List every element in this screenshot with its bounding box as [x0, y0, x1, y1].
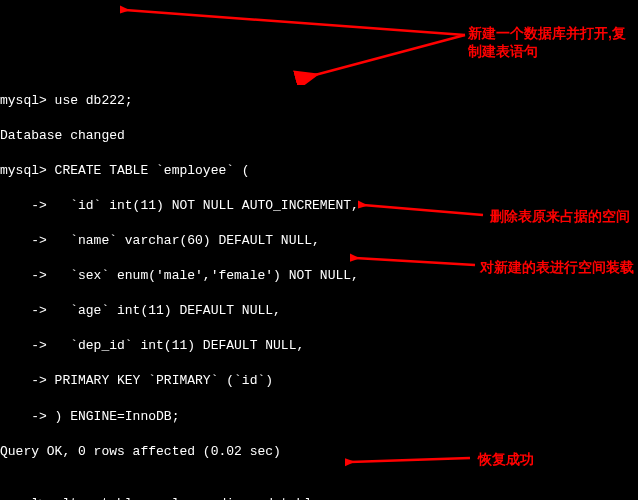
terminal-line: -> `name` varchar(60) DEFAULT NULL,: [0, 232, 638, 250]
annotation-create-db: 新建一个数据库并打开,复制建表语句: [468, 24, 633, 60]
terminal-line: -> `dep_id` int(11) DEFAULT NULL,: [0, 337, 638, 355]
terminal-line: -> `age` int(11) DEFAULT NULL,: [0, 302, 638, 320]
terminal-output: mysql> use db222; Database changed mysql…: [0, 70, 638, 500]
terminal-line: -> ) ENGINE=InnoDB;: [0, 408, 638, 426]
terminal-line: mysql> alter table employee discard tabl…: [0, 495, 638, 500]
annotation-restore-success: 恢复成功: [478, 450, 534, 468]
annotation-discard-tablespace: 删除表原来占据的空间: [490, 207, 630, 225]
annotation-import-tablespace: 对新建的表进行空间装载: [480, 258, 634, 276]
terminal-line: Query OK, 0 rows affected (0.02 sec): [0, 443, 638, 461]
svg-line-2: [315, 35, 465, 75]
terminal-line: mysql> use db222;: [0, 92, 638, 110]
svg-line-1: [125, 10, 465, 35]
terminal-line: mysql> CREATE TABLE `employee` (: [0, 162, 638, 180]
terminal-line: Database changed: [0, 127, 638, 145]
terminal-line: -> PRIMARY KEY `PRIMARY` (`id`): [0, 372, 638, 390]
